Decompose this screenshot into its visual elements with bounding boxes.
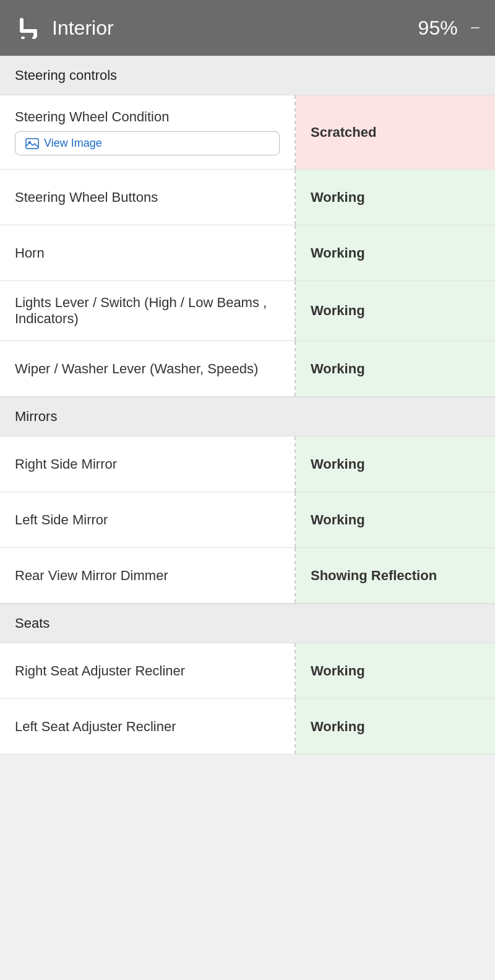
row-label-text-rear-view-mirror-dimmer: Rear View Mirror Dimmer: [15, 568, 280, 584]
progress-percent: 95%: [418, 17, 458, 40]
row-label-text-left-seat-adjuster: Left Seat Adjuster Recliner: [15, 719, 280, 735]
sections-container: Steering controlsSteering Wheel Conditio…: [0, 56, 495, 755]
row-label-text-wiper-washer: Wiper / Washer Lever (Washer, Speeds): [15, 361, 280, 377]
row-label-text-right-side-mirror: Right Side Mirror: [15, 456, 280, 472]
page-title: Interior: [52, 17, 418, 40]
row-label-right-side-mirror: Right Side Mirror: [0, 436, 296, 492]
row-label-lights-lever: Lights Lever / Switch (High / Low Beams …: [0, 281, 296, 340]
svg-rect-0: [20, 18, 24, 30]
row-wiper-washer: Wiper / Washer Lever (Washer, Speeds)Wor…: [0, 341, 495, 397]
row-label-text-lights-lever: Lights Lever / Switch (High / Low Beams …: [15, 295, 280, 327]
svg-rect-2: [33, 29, 37, 38]
row-value-right-seat-adjuster: Working: [296, 643, 495, 698]
row-label-right-seat-adjuster: Right Seat Adjuster Recliner: [0, 643, 296, 698]
page-header: Interior 95% −: [0, 0, 495, 56]
section-header-mirrors: Mirrors: [0, 397, 495, 436]
row-horn: HornWorking: [0, 225, 495, 281]
row-value-left-seat-adjuster: Working: [296, 699, 495, 754]
row-value-wiper-washer: Working: [296, 341, 495, 396]
row-rear-view-mirror-dimmer: Rear View Mirror DimmerShowing Reflectio…: [0, 548, 495, 604]
row-value-lights-lever: Working: [296, 281, 495, 340]
row-left-seat-adjuster: Left Seat Adjuster ReclinerWorking: [0, 699, 495, 755]
row-left-side-mirror: Left Side MirrorWorking: [0, 492, 495, 548]
row-value-steering-wheel-condition: Scratched: [296, 95, 495, 169]
row-right-side-mirror: Right Side MirrorWorking: [0, 436, 495, 492]
row-value-steering-wheel-buttons: Working: [296, 170, 495, 225]
row-label-text-steering-wheel-condition: Steering Wheel Condition: [15, 109, 280, 125]
row-right-seat-adjuster: Right Seat Adjuster ReclinerWorking: [0, 643, 495, 699]
row-label-left-seat-adjuster: Left Seat Adjuster Recliner: [0, 699, 296, 754]
row-value-right-side-mirror: Working: [296, 436, 495, 492]
row-label-text-steering-wheel-buttons: Steering Wheel Buttons: [15, 189, 280, 206]
row-label-rear-view-mirror-dimmer: Rear View Mirror Dimmer: [0, 548, 296, 603]
row-label-text-horn: Horn: [15, 245, 280, 261]
row-label-wiper-washer: Wiper / Washer Lever (Washer, Speeds): [0, 341, 296, 396]
row-lights-lever: Lights Lever / Switch (High / Low Beams …: [0, 281, 495, 341]
collapse-button[interactable]: −: [470, 18, 480, 38]
row-label-steering-wheel-condition: Steering Wheel ConditionView Image: [0, 95, 296, 169]
seat-icon: [15, 14, 42, 41]
row-label-left-side-mirror: Left Side Mirror: [0, 492, 296, 547]
image-icon: [25, 138, 39, 149]
svg-rect-4: [32, 37, 36, 39]
row-value-rear-view-mirror-dimmer: Showing Reflection: [296, 548, 495, 603]
row-label-steering-wheel-buttons: Steering Wheel Buttons: [0, 170, 296, 225]
view-image-button-steering-wheel-condition[interactable]: View Image: [15, 131, 280, 155]
section-header-seats: Seats: [0, 604, 495, 643]
row-label-text-left-side-mirror: Left Side Mirror: [15, 512, 280, 528]
view-image-label: View Image: [44, 137, 102, 150]
row-steering-wheel-buttons: Steering Wheel ButtonsWorking: [0, 170, 495, 225]
row-steering-wheel-condition: Steering Wheel ConditionView ImageScratc…: [0, 95, 495, 170]
row-value-left-side-mirror: Working: [296, 492, 495, 547]
row-label-horn: Horn: [0, 225, 296, 280]
row-value-horn: Working: [296, 225, 495, 280]
svg-rect-3: [21, 37, 25, 39]
row-label-text-right-seat-adjuster: Right Seat Adjuster Recliner: [15, 663, 280, 679]
section-header-steering-controls: Steering controls: [0, 56, 495, 95]
